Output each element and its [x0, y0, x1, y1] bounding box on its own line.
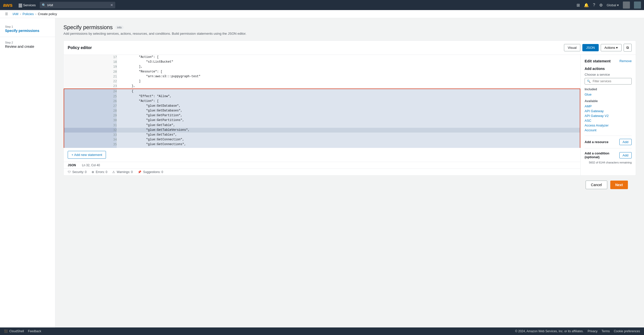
bell-icon[interactable]: 🔔	[584, 3, 589, 8]
sidebar-step2-title[interactable]: Review and create	[5, 45, 50, 49]
table-row: 28 "glue:GetDatabases",	[64, 108, 580, 113]
global-search-bar[interactable]: 🔍 ✕	[40, 2, 115, 8]
line-number: 27	[64, 104, 117, 108]
services-menu-button[interactable]: Services	[17, 2, 38, 8]
copyright-text: © 2024, Amazon Web Services, Inc. or its…	[515, 329, 584, 332]
filter-services-input-wrapper[interactable]: 🔍	[585, 78, 632, 85]
table-row: 31 "glue:GetTable",	[64, 123, 580, 128]
line-number: 35	[64, 142, 117, 147]
breadcrumb-iam[interactable]: IAM	[13, 12, 18, 16]
service-item[interactable]: API Gateway V2	[585, 113, 632, 118]
line-number: 29	[64, 113, 117, 118]
footer-left: ⬛ CloudShell Feedback	[4, 329, 41, 332]
line-number: 26	[64, 99, 117, 104]
shield-icon: 🛡	[68, 170, 71, 174]
add-actions-label: Add actions	[585, 67, 632, 71]
top-navigation: aws Services 🔍 ✕ ⊞ 🔔 ? ⚙ Global ▾	[0, 0, 644, 10]
line-number: 20	[64, 69, 117, 74]
code-table: 17 "Action": [18 "s3:ListBucket"19 ],20 …	[64, 55, 580, 148]
account-avatar[interactable]	[634, 2, 641, 9]
cookie-link[interactable]: Cookie preferences	[614, 329, 640, 332]
code-panel[interactable]: 17 "Action": [18 "s3:ListBucket"19 ],20 …	[64, 55, 580, 175]
hamburger-menu[interactable]: ☰	[5, 12, 8, 16]
step1-label: Step 1	[5, 25, 50, 28]
service-item[interactable]: ASC	[585, 118, 632, 123]
service-item[interactable]: API Gateway	[585, 109, 632, 113]
visual-tab-button[interactable]: Visual	[564, 44, 580, 51]
right-panel: Edit statement Remove Add actions Choose…	[580, 55, 636, 175]
nav-icons-group: ⊞ 🔔 ? ⚙ Global ▾	[577, 2, 641, 9]
add-resource-button[interactable]: Add	[619, 139, 632, 145]
privacy-link[interactable]: Privacy	[588, 329, 597, 332]
actions-dropdown-button[interactable]: Actions ▾	[601, 44, 622, 51]
sidebar-step2: Step 2 Review and create	[0, 39, 55, 51]
table-row: 35 "glue:GetConnections",	[64, 142, 580, 147]
table-row: 22 ]	[64, 79, 580, 84]
cloudshell-button[interactable]: ⬛ CloudShell	[4, 329, 24, 332]
line-number: 33	[64, 133, 117, 137]
breadcrumb-policies[interactable]: Policies	[22, 12, 34, 16]
line-number: 25	[64, 94, 117, 99]
services-label: Services	[23, 3, 36, 7]
filter-services-input[interactable]	[593, 79, 629, 83]
add-resource-label: Add a resource	[585, 140, 609, 144]
service-item[interactable]: Access Analyzer	[585, 123, 632, 128]
search-clear-icon[interactable]: ✕	[110, 3, 113, 7]
table-row: 19 ],	[64, 64, 580, 69]
service-item[interactable]: AMP	[585, 104, 632, 109]
table-row: 34 "glue:GetConnection",	[64, 137, 580, 142]
region-selector[interactable]: Global ▾	[607, 3, 619, 7]
chars-remaining: 5602 of 6144 characters remaining	[585, 161, 632, 164]
help-icon[interactable]: ?	[593, 3, 595, 7]
remove-link[interactable]: Remove	[620, 59, 632, 63]
policy-editor-card: Policy editor Visual JSON Actions ▾ ⧉ 17…	[63, 40, 636, 176]
sidebar-step1: Step 1 Specify permissions	[0, 23, 55, 35]
line-number: 24	[64, 89, 117, 94]
line-code: "glue:GetTableVersions",	[117, 128, 580, 133]
policy-editor-header: Policy editor Visual JSON Actions ▾ ⧉	[64, 41, 636, 55]
line-code: "glue:GetTable",	[117, 123, 580, 128]
add-condition-button[interactable]: Add	[619, 152, 632, 158]
search-input[interactable]	[47, 3, 103, 7]
user-avatar[interactable]	[623, 2, 630, 9]
service-item[interactable]: Account	[585, 128, 632, 133]
info-badge[interactable]: info	[115, 26, 124, 29]
right-panel-title: Edit statement	[585, 59, 611, 63]
line-number: 18	[64, 60, 117, 64]
editor-position: Ln 32, Col 40	[82, 163, 100, 167]
page-description: Add permissions by selecting services, a…	[63, 32, 636, 35]
warning-icon: ⚠	[112, 170, 115, 174]
line-code: "glue:GetTables",	[117, 133, 580, 137]
main-layout: Step 1 Specify permissions Step 2 Review…	[0, 18, 644, 332]
aws-logo: aws	[3, 2, 13, 8]
add-new-statement-button[interactable]: + Add new statement	[68, 151, 106, 159]
policy-editor-title: Policy editor	[68, 46, 92, 50]
table-row: 36 "glue:GetDevEndpoint",	[64, 147, 580, 148]
table-row: 29 "glue:GetPartition",	[64, 113, 580, 118]
line-code: "glue:GetDevEndpoint",	[117, 147, 580, 148]
service-glue[interactable]: Glue	[585, 92, 632, 97]
services-list: Included Glue Available AMPAPI GatewayAP…	[585, 88, 632, 133]
line-code: "Action": [	[117, 99, 580, 104]
table-row: 33 "glue:GetTables",	[64, 133, 580, 137]
footer-actions: Cancel Next	[63, 176, 636, 194]
line-code: "glue:GetConnection",	[117, 137, 580, 142]
table-row: 25 "Effect": "Allow",	[64, 94, 580, 99]
line-code: },	[117, 84, 580, 89]
cancel-button[interactable]: Cancel	[586, 181, 607, 189]
next-button[interactable]: Next	[610, 181, 628, 189]
json-tab-button[interactable]: JSON	[582, 44, 599, 51]
code-scroll-area[interactable]: 17 "Action": [18 "s3:ListBucket"19 ],20 …	[64, 55, 580, 148]
page-title: Specify permissions	[63, 24, 113, 31]
cloudshell-label: CloudShell	[9, 329, 24, 332]
apps-icon[interactable]: ⊞	[577, 3, 580, 8]
line-code: "glue:GetDatabases",	[117, 108, 580, 113]
sidebar-step1-title[interactable]: Specify permissions	[5, 29, 50, 33]
table-row: 26 "Action": [	[64, 99, 580, 104]
settings-icon[interactable]: ⚙	[599, 3, 603, 8]
line-number: 34	[64, 137, 117, 142]
terms-link[interactable]: Terms	[601, 329, 610, 332]
feedback-link[interactable]: Feedback	[28, 329, 41, 332]
table-row: 27 "glue:GetDatabase",	[64, 104, 580, 108]
copy-icon-button[interactable]: ⧉	[624, 44, 632, 52]
